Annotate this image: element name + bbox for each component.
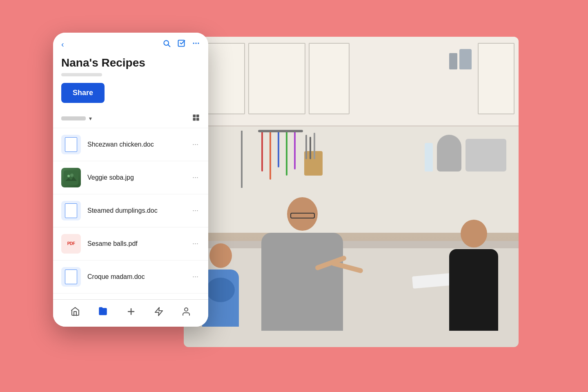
filter-left: ▾	[61, 115, 92, 122]
folder-title: Nana's Recipes	[61, 56, 200, 70]
file-name: Sesame balls.pdf	[87, 240, 191, 247]
file-icon-doc	[61, 201, 81, 220]
file-more-button[interactable]: ···	[191, 138, 200, 150]
doc-icon	[61, 135, 81, 154]
nav-add[interactable]	[123, 305, 139, 318]
file-item[interactable]: Shcezwan chicken.doc ···	[53, 128, 208, 161]
file-more-button[interactable]: ···	[191, 238, 200, 249]
folder-subtitle-bar	[61, 73, 102, 76]
file-icon-img	[61, 168, 81, 187]
grid-view-icon[interactable]	[192, 114, 200, 124]
filter-bar: ▾	[53, 109, 208, 128]
file-item[interactable]: Croque madam.doc ···	[53, 261, 208, 294]
svg-marker-27	[155, 307, 163, 316]
img-icon	[61, 168, 81, 187]
folder-title-area: Nana's Recipes	[53, 53, 208, 83]
svg-rect-21	[65, 270, 75, 283]
file-icon-doc	[61, 267, 81, 287]
share-btn-area: Share	[53, 83, 208, 109]
svg-rect-7	[196, 114, 199, 117]
header-icons	[163, 39, 200, 49]
svg-point-3	[193, 42, 194, 44]
mobile-frame: ‹ Nan	[53, 33, 208, 327]
doc-icon	[61, 267, 81, 287]
svg-rect-9	[196, 118, 199, 120]
file-name: Croque madam.doc	[87, 273, 191, 281]
svg-rect-10	[65, 138, 75, 150]
nav-home[interactable]	[67, 305, 83, 318]
mobile-header: ‹	[53, 33, 208, 53]
file-name: Steamed dumplings.doc	[87, 207, 191, 214]
svg-rect-2	[178, 40, 185, 47]
nav-files[interactable]	[94, 305, 111, 318]
svg-rect-8	[193, 118, 196, 120]
share-button[interactable]: Share	[61, 83, 105, 103]
filter-chevron[interactable]: ▾	[89, 115, 92, 122]
nav-profile[interactable]	[178, 305, 194, 318]
svg-point-4	[195, 42, 196, 44]
file-list: Shcezwan chicken.doc ··· Veggie soba	[53, 128, 208, 299]
background-photo	[184, 37, 519, 347]
file-name: Shcezwan chicken.doc	[87, 141, 191, 148]
file-icon-doc	[61, 135, 81, 154]
svg-point-16	[70, 174, 74, 177]
file-item[interactable]: PDF Sesame balls.pdf ···	[53, 227, 208, 261]
scene: ‹ Nan	[69, 20, 519, 372]
search-icon[interactable]	[163, 39, 171, 49]
filter-label-bar	[61, 116, 86, 120]
file-icon-pdf: PDF	[61, 234, 81, 254]
file-more-button[interactable]: ···	[191, 271, 200, 283]
back-button[interactable]: ‹	[61, 40, 64, 49]
svg-rect-6	[193, 114, 196, 117]
doc-icon	[61, 201, 81, 220]
svg-point-5	[198, 42, 199, 44]
svg-rect-17	[65, 204, 75, 216]
more-icon[interactable]	[192, 39, 200, 49]
svg-line-1	[168, 45, 170, 47]
svg-rect-14	[64, 170, 78, 185]
nav-activity[interactable]	[151, 305, 167, 318]
svg-point-28	[185, 308, 188, 311]
bottom-nav	[53, 299, 208, 327]
file-more-button[interactable]: ···	[191, 205, 200, 216]
file-item[interactable]: Veggie soba.jpg ···	[53, 161, 208, 194]
select-icon[interactable]	[177, 39, 185, 49]
file-item[interactable]: Steamed dumplings.doc ···	[53, 194, 208, 227]
file-more-button[interactable]: ···	[191, 172, 200, 183]
svg-point-15	[67, 175, 70, 177]
pdf-icon: PDF	[61, 234, 81, 254]
file-name: Veggie soba.jpg	[87, 174, 191, 181]
